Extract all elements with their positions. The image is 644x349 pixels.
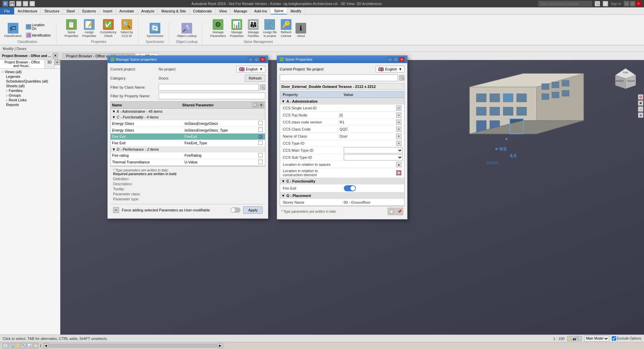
apply-back-icon[interactable]: ↩ bbox=[113, 207, 119, 213]
tree-legends[interactable]: Legends bbox=[1, 74, 59, 79]
fire-exit-row-1[interactable]: Fire Exit FireExit ✓ bbox=[111, 134, 265, 140]
name-of-class-row[interactable]: Name of Class Door ≡ bbox=[280, 133, 404, 140]
spine-section-c[interactable]: ▼ C - Functionality bbox=[280, 178, 404, 185]
energy-glass-row-1[interactable]: Energy Glass IsGlassEnergyGlass bbox=[111, 120, 265, 127]
table-add-icon[interactable]: ➕ bbox=[258, 102, 264, 108]
search-icon[interactable]: 🔍 bbox=[595, 1, 600, 6]
about-button[interactable]: ℹ About bbox=[294, 22, 308, 39]
ccs-class-code-version-list-icon[interactable]: ≡ bbox=[396, 119, 401, 125]
tree-views[interactable]: ▷ Views (all) bbox=[1, 69, 59, 74]
tab-annotate[interactable]: Annotate bbox=[116, 7, 138, 14]
name-of-class-action[interactable]: ≡ bbox=[395, 133, 403, 139]
table-refresh-icon[interactable]: 🔄 bbox=[252, 102, 258, 108]
spine-search-input[interactable] bbox=[280, 74, 398, 81]
ccs-sub-type-dropdown[interactable] bbox=[344, 154, 403, 160]
ccs-single-level-action[interactable]: 🔗 bbox=[395, 105, 403, 111]
tree-schedules[interactable]: Schedules/Quantities (all) bbox=[1, 79, 59, 84]
pb-close-icon[interactable]: ✕ bbox=[53, 53, 58, 58]
fire-exit-2-checkbox[interactable] bbox=[258, 141, 263, 145]
thermal-row[interactable]: Thermal Transmittance U-Value bbox=[111, 159, 265, 166]
tab-spine[interactable]: Spine bbox=[271, 7, 287, 14]
ccs-top-node-action[interactable]: ≡ bbox=[395, 112, 403, 118]
manage-spine-minimize-button[interactable]: ─ bbox=[248, 57, 253, 62]
fire-exit-row-2[interactable]: Fire Exit FireExit_Type bbox=[111, 140, 265, 147]
classification-button[interactable]: 🏷 Classification bbox=[3, 22, 23, 39]
force-toggle[interactable] bbox=[230, 207, 240, 213]
storey-name-row[interactable]: Storey Name 00 - Groundfloor bbox=[280, 199, 404, 206]
bottom-bar-icon-6[interactable]: 📋 bbox=[33, 343, 38, 348]
tree-sheets[interactable]: Sheets (all) bbox=[1, 84, 59, 88]
spine-section-a[interactable]: ▼ A - Administrative bbox=[280, 98, 404, 105]
location-spaces-row[interactable]: Location in relation to spaces ▲ bbox=[280, 161, 404, 168]
location-construction-row[interactable]: Location in relation to construction ele… bbox=[280, 168, 404, 178]
tab-insert[interactable]: Insert bbox=[100, 7, 116, 14]
language-select[interactable]: 🇬🇧 English ▼ bbox=[236, 66, 265, 72]
spine-properties-button[interactable]: 📋 SpineProperties bbox=[63, 18, 79, 39]
quick-access-redo[interactable]: ↪ bbox=[23, 1, 28, 6]
close-button[interactable]: ✕ bbox=[636, 1, 641, 6]
location-on-button[interactable]: 📍 LocationOn bbox=[24, 22, 52, 31]
filter-property-input[interactable] bbox=[159, 93, 265, 99]
synchronize-button[interactable]: 🔄 Synchronize bbox=[145, 22, 165, 39]
tab-collaborate[interactable]: Collaborate bbox=[190, 7, 215, 14]
filter-class-search-icon[interactable]: 🔍 bbox=[260, 85, 265, 90]
tab-structure[interactable]: Structure bbox=[41, 7, 63, 14]
location-construction-action[interactable]: 🔄 bbox=[395, 170, 403, 176]
thermal-checkbox[interactable] bbox=[258, 160, 263, 164]
select-by-ccs-button[interactable]: 🔍 Select byCCS ID bbox=[119, 18, 134, 39]
tab-steel[interactable]: Steel bbox=[63, 7, 78, 14]
tab-view[interactable]: View bbox=[216, 7, 231, 14]
ccs-single-level-link-icon[interactable]: 🔗 bbox=[396, 105, 401, 111]
ccs-main-type-row[interactable]: CCS Main Type-ID bbox=[280, 147, 404, 154]
fire-exit-toggle[interactable] bbox=[344, 185, 356, 191]
ccs-type-id-row[interactable]: CCS Type-ID ≡ bbox=[280, 140, 404, 147]
ccs-class-code-list-icon[interactable]: ≡ bbox=[396, 127, 401, 132]
tree-reports[interactable]: Reports bbox=[1, 102, 59, 107]
view-tool-4[interactable]: ⊕ bbox=[638, 112, 643, 118]
fire-exit-1-check[interactable]: ✓ bbox=[257, 134, 264, 139]
tab-manage[interactable]: Manage bbox=[230, 7, 251, 14]
model-select[interactable]: Main Model bbox=[584, 336, 609, 342]
spine-properties-dialog-title[interactable]: Spine Properties ─ □ ✕ bbox=[277, 56, 407, 63]
ccs-class-code-action[interactable]: ≡ bbox=[395, 126, 403, 132]
assign-file-button[interactable]: 📎 Assign fileto project bbox=[262, 18, 278, 39]
ccs-class-code-row[interactable]: CCS Class Code QQC ≡ bbox=[280, 126, 404, 133]
fire-exit-spine-row[interactable]: Fire Exit bbox=[280, 185, 404, 192]
thermal-check[interactable] bbox=[257, 160, 264, 165]
quick-access-more[interactable]: ▼ bbox=[30, 1, 35, 6]
spine-copy-button[interactable]: 📋 bbox=[388, 208, 395, 215]
spine-section-g[interactable]: ▼ G - Placement bbox=[280, 192, 404, 199]
tab-modify[interactable]: Modify bbox=[287, 7, 305, 14]
ccs-sub-type-row[interactable]: CCS Sub Type-ID bbox=[280, 154, 404, 161]
spine-paste-button[interactable]: 📌 bbox=[396, 208, 403, 215]
view-tool-3[interactable]: ↔ bbox=[638, 106, 643, 112]
bottom-bar-icon-4[interactable]: 🔧 bbox=[21, 343, 26, 348]
pb-close-tab-icon[interactable]: ✕ bbox=[55, 60, 60, 65]
ccs-top-node-row[interactable]: CCS Top Node [I] ≡ bbox=[280, 112, 404, 119]
spine-minimize-button[interactable]: ─ bbox=[387, 57, 392, 62]
tree-families[interactable]: ▷ Families bbox=[1, 88, 59, 93]
bottom-bar-icon-8[interactable]: ▶ bbox=[218, 343, 223, 348]
ccs-type-id-action[interactable]: ≡ bbox=[395, 140, 403, 146]
section-d-row[interactable]: ▼ D - Performance - 2 items bbox=[111, 147, 265, 152]
nav-cube[interactable]: TOP RIGHT FRONT bbox=[614, 67, 637, 90]
manage-parameters-button[interactable]: ⚙ ManageParameters bbox=[209, 18, 227, 39]
refresh-license-button[interactable]: 🔑 RefreshLicense bbox=[279, 18, 293, 39]
bottom-bar-icon-3[interactable]: 📐 bbox=[15, 343, 20, 348]
manage-spine-maximize-button[interactable]: □ bbox=[254, 57, 259, 62]
spine-search-icon[interactable]: 🔍 bbox=[399, 75, 405, 81]
section-c-row[interactable]: ▼ C - Functionality - 4 items bbox=[111, 114, 265, 120]
tab-systems[interactable]: Systems bbox=[78, 7, 100, 14]
section-a-row[interactable]: ▼ A - Administrative - 45 items bbox=[111, 109, 265, 114]
ccs-class-code-version-action[interactable]: ≡ bbox=[395, 119, 403, 125]
bottom-bar-icon-7[interactable]: ◀ bbox=[43, 343, 49, 348]
object-lookup-button[interactable]: 🔎 Object Lookup bbox=[176, 22, 198, 39]
view-tool-1[interactable]: 🎯 bbox=[638, 94, 643, 100]
identification-button[interactable]: 🆔 Identification bbox=[24, 32, 52, 39]
consistency-check-button[interactable]: ✅ ConsistencyCheck bbox=[99, 18, 118, 39]
fire-rating-row[interactable]: Fire rating FireRating bbox=[111, 152, 265, 159]
name-of-class-list-icon[interactable]: ≡ bbox=[396, 134, 401, 139]
manage-properties-button[interactable]: 📊 ManageProperties bbox=[228, 18, 245, 39]
quick-access-save[interactable]: 💾 bbox=[9, 1, 15, 6]
energy-glass-2-checkbox[interactable] bbox=[258, 128, 263, 132]
